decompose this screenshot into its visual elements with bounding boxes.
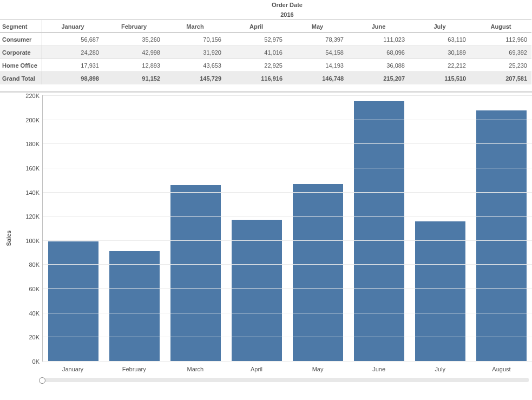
bar[interactable] (415, 221, 465, 361)
cell[interactable]: 41,016 (226, 45, 287, 58)
table-row: Home Office 17,931 12,893 43,653 22,925 … (0, 58, 532, 71)
grid-line: 0K (43, 361, 532, 362)
col-header[interactable]: June (348, 19, 409, 32)
cell[interactable]: 91,152 (103, 71, 165, 84)
grid-line: 180K (43, 143, 532, 144)
bar-slot (287, 95, 349, 361)
bar-slot (410, 95, 471, 361)
grand-total-label[interactable]: Grand Total (0, 71, 42, 84)
bar[interactable] (232, 220, 282, 361)
y-tick-label: 80K (29, 261, 40, 268)
bar[interactable] (293, 184, 343, 362)
cell[interactable]: 22,212 (409, 58, 470, 71)
bar-slot (165, 95, 226, 361)
col-header[interactable]: July (409, 19, 470, 32)
grid-line: 60K (43, 288, 532, 289)
plot-area[interactable]: 0K20K40K60K80K100K120K140K160K180K200K22… (42, 95, 532, 362)
crosstab: Order Date 2016 Segment January February… (0, 0, 532, 92)
grand-total-row: Grand Total 98,898 91,152 145,729 116,91… (0, 71, 532, 84)
cell[interactable]: 17,931 (42, 58, 103, 71)
y-tick-label: 40K (29, 310, 40, 317)
table-row: Consumer 56,687 35,260 70,156 52,975 78,… (0, 32, 532, 45)
cell[interactable]: 63,110 (409, 32, 470, 45)
cell[interactable]: 31,920 (165, 45, 226, 58)
cell[interactable]: 43,653 (165, 58, 226, 71)
y-tick-label: 120K (25, 213, 40, 220)
grid-line: 220K (43, 95, 532, 96)
segment-name[interactable]: Consumer (0, 32, 42, 45)
y-tick-label: 160K (25, 165, 40, 172)
cell[interactable]: 145,729 (165, 71, 226, 84)
cell[interactable]: 207,581 (470, 71, 531, 84)
bar[interactable] (170, 185, 221, 361)
x-tick-label: January (42, 364, 103, 375)
cell[interactable]: 36,088 (348, 58, 409, 71)
bar-slot (349, 95, 410, 361)
y-tick-label: 100K (25, 238, 40, 244)
segment-header: Segment (0, 19, 42, 32)
grid-line: 160K (43, 168, 532, 168)
cell[interactable]: 68,096 (348, 45, 409, 58)
cell[interactable]: 54,158 (287, 45, 348, 58)
bar-slot (226, 95, 287, 361)
bar-slot (471, 95, 532, 361)
segment-name[interactable]: Home Office (0, 58, 42, 71)
cell[interactable]: 25,230 (470, 58, 531, 71)
cell[interactable]: 215,207 (348, 71, 409, 84)
col-header[interactable]: May (287, 19, 348, 32)
cell[interactable]: 112,960 (470, 32, 531, 45)
cell[interactable]: 42,998 (103, 45, 165, 58)
bar-slot (104, 95, 165, 361)
y-tick-label: 180K (25, 141, 40, 147)
cell[interactable]: 115,510 (409, 71, 470, 84)
cell[interactable]: 35,260 (103, 32, 165, 45)
bar[interactable] (48, 241, 98, 361)
grid-line: 40K (43, 313, 532, 313)
y-tick-label: 200K (25, 117, 40, 123)
cell[interactable]: 56,687 (42, 32, 103, 45)
bar[interactable] (109, 251, 160, 361)
cell[interactable]: 146,748 (287, 71, 348, 84)
x-tick-label: July (410, 364, 471, 375)
cell[interactable]: 98,898 (42, 71, 103, 84)
x-tick-label: March (165, 364, 226, 375)
table-row: Corporate 24,280 42,998 31,920 41,016 54… (0, 45, 532, 58)
y-tick-label: 20K (29, 334, 40, 340)
cell[interactable]: 24,280 (42, 45, 103, 58)
y-tick-label: 220K (25, 93, 40, 99)
col-header[interactable]: August (470, 19, 531, 32)
bar-chart: Sales 0K20K40K60K80K100K120K140K160K180K… (0, 92, 532, 384)
x-axis-labels: JanuaryFebruaryMarchAprilMayJuneJulyAugu… (42, 364, 532, 375)
cell[interactable]: 70,156 (165, 32, 226, 45)
y-tick-label: 60K (29, 286, 40, 292)
cell[interactable]: 116,916 (226, 71, 287, 84)
segment-name[interactable]: Corporate (0, 45, 42, 58)
y-tick-label: 0K (32, 358, 40, 365)
col-header[interactable]: January (42, 19, 103, 32)
cell[interactable]: 52,975 (226, 32, 287, 45)
table-year: 2016 (42, 10, 532, 19)
cell[interactable]: 12,893 (103, 58, 165, 71)
x-tick-label: June (349, 364, 410, 375)
cell[interactable]: 78,397 (287, 32, 348, 45)
col-header[interactable]: February (103, 19, 165, 32)
bar[interactable] (476, 110, 527, 361)
grid-line: 140K (43, 192, 532, 193)
x-tick-label: August (471, 364, 532, 375)
x-tick-label: May (287, 364, 349, 375)
cell[interactable]: 69,392 (470, 45, 531, 58)
cell[interactable]: 111,023 (348, 32, 409, 45)
col-header[interactable]: April (226, 19, 287, 32)
scroll-knob-icon[interactable] (39, 377, 45, 384)
horizontal-scrollbar[interactable] (42, 378, 529, 382)
cell[interactable]: 14,193 (287, 58, 348, 71)
grid-line: 200K (43, 120, 532, 120)
cell[interactable]: 30,189 (409, 45, 470, 58)
grid-line: 120K (43, 216, 532, 217)
bar-slot (43, 95, 104, 361)
grid-line: 20K (43, 337, 532, 337)
col-header[interactable]: March (165, 19, 226, 32)
y-tick-label: 140K (25, 189, 40, 196)
bar[interactable] (354, 101, 404, 361)
cell[interactable]: 22,925 (226, 58, 287, 71)
